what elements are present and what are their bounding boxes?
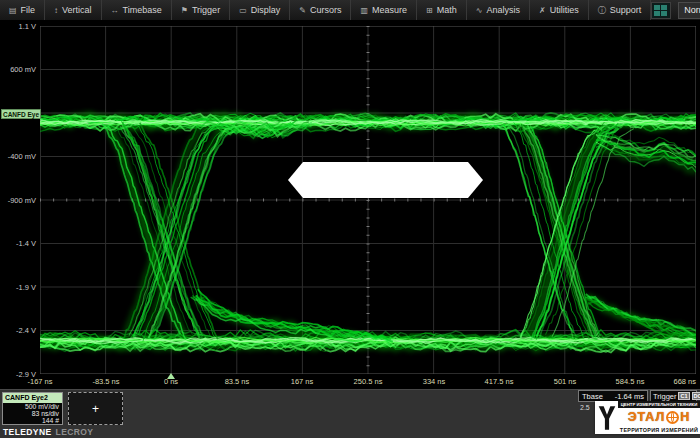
grid-view-icon[interactable]	[651, 2, 671, 19]
menu-display[interactable]: ▭ Display	[230, 0, 290, 20]
menu-support-label: Support	[610, 5, 642, 15]
menu-measure[interactable]: ▥ Measure	[351, 0, 417, 20]
vertical-icon: ↕	[54, 6, 58, 15]
brand-logo: TELEDYNELECROY	[3, 427, 93, 437]
timebase-detail: 2.5	[580, 404, 590, 411]
measure-icon: ▥	[360, 6, 368, 15]
grid-square	[654, 11, 660, 16]
menu-display-label: Display	[251, 5, 281, 15]
brand-lecroy: LECROY	[56, 427, 94, 437]
tuning-fork-icon	[595, 401, 618, 434]
y-axis-tick: -2.4 V	[0, 326, 36, 335]
menu-file[interactable]: ▤ File	[0, 0, 45, 20]
watermark-brand-left: ЭТАЛ	[628, 411, 666, 424]
utilities-icon: ✗	[539, 6, 546, 15]
status-bar: CANFD Eye2 500 mV/div 83 ns/div 144 # + …	[0, 389, 700, 438]
menu-timebase-label: Timebase	[123, 5, 162, 15]
menu-vertical[interactable]: ↕ Vertical	[45, 0, 102, 20]
display-icon: ▭	[239, 6, 247, 15]
support-icon: ⓘ	[598, 5, 606, 16]
x-axis-tick: 334 ns	[406, 377, 462, 386]
tbase-label: Tbase	[582, 392, 603, 401]
watermark-brand: ЭТАЛН	[618, 408, 700, 427]
menu-vertical-label: Vertical	[62, 5, 92, 15]
y-axis-tick: 600 mV	[0, 65, 36, 74]
menu-math[interactable]: ⊞ Math	[417, 0, 467, 20]
trigger-coupling-badge: DC	[692, 392, 700, 400]
analysis-icon: ∿	[476, 6, 483, 15]
y-axis-tick: -1.9 V	[0, 283, 36, 292]
menu-cursors[interactable]: ✎ Cursors	[290, 0, 351, 20]
y-axis-tick: -400 mV	[0, 152, 36, 161]
menu-utilities-label: Utilities	[550, 5, 579, 15]
trigger-label: Trigger	[653, 392, 676, 401]
globe-icon	[666, 411, 679, 424]
watermark-top-line: ЦЕНТР ИЗМЕРИТЕЛЬНОЙ ТЕХНИКИ	[618, 401, 700, 408]
tbase-value: -1.64 ms	[615, 392, 644, 401]
trigger-source-badge: C1	[678, 392, 689, 400]
eye-diagram-canvas[interactable]	[40, 26, 696, 374]
watermark-bottom-line: ТЕРРИТОРИЯ ИЗМЕРЕНИЙ	[618, 427, 700, 434]
menu-analysis[interactable]: ∿ Analysis	[467, 0, 530, 20]
display-mode-button[interactable]: Normal	[678, 2, 700, 19]
x-axis-tick: 668 ns	[644, 377, 696, 386]
grid-square	[661, 11, 667, 16]
menu-support[interactable]: ⓘ Support	[589, 0, 652, 20]
timebase-icon: ↔	[111, 6, 119, 15]
menu-bar: ▤ File ↕ Vertical ↔ Timebase ⚑ Trigger ▭…	[0, 0, 700, 20]
sweep-count: 144 #	[3, 417, 62, 424]
plus-icon: +	[92, 402, 99, 416]
file-icon: ▤	[9, 6, 17, 15]
x-axis-tick: 417.5 ns	[471, 377, 527, 386]
y-axis-tick: -1.4 V	[0, 239, 36, 248]
trigger-icon: ⚑	[181, 6, 188, 15]
x-axis-tick: 167 ns	[274, 377, 330, 386]
menu-measure-label: Measure	[372, 5, 407, 15]
x-axis-tick: 501 ns	[537, 377, 593, 386]
brand-teledyne: TELEDYNE	[3, 427, 52, 437]
time-per-div: 83 ns/div	[3, 410, 62, 417]
menu-timebase[interactable]: ↔ Timebase	[102, 0, 172, 20]
y-axis-tick: 1.1 V	[0, 22, 36, 31]
trace-level-label[interactable]: CANFD Eye	[1, 109, 41, 119]
grid-square	[661, 5, 667, 10]
x-axis-tick: 83.5 ns	[209, 377, 265, 386]
x-axis-tick: 250.5 ns	[340, 377, 396, 386]
add-trace-button[interactable]: +	[68, 392, 123, 425]
watermark-brand-right: Н	[680, 411, 690, 424]
y-axis-tick: -900 mV	[0, 196, 36, 205]
trace-descriptor-title: CANFD Eye2	[3, 393, 62, 403]
etalon-watermark: ЦЕНТР ИЗМЕРИТЕЛЬНОЙ ТЕХНИКИ ЭТАЛН ТЕРРИТ…	[595, 401, 700, 434]
menu-math-label: Math	[437, 5, 457, 15]
watermark-text-block: ЦЕНТР ИЗМЕРИТЕЛЬНОЙ ТЕХНИКИ ЭТАЛН ТЕРРИТ…	[618, 401, 700, 434]
oscilloscope-app: ▤ File ↕ Vertical ↔ Timebase ⚑ Trigger ▭…	[0, 0, 700, 438]
trigger-time-marker[interactable]	[167, 373, 175, 379]
menu-right-controls: Normal DragAc... Undo ↶	[651, 1, 700, 20]
menu-cursors-label: Cursors	[310, 5, 342, 15]
trace-descriptor-box[interactable]: CANFD Eye2 500 mV/div 83 ns/div 144 #	[2, 392, 63, 425]
x-axis-tick: -83.5 ns	[78, 377, 134, 386]
menu-analysis-label: Analysis	[486, 5, 520, 15]
menu-file-label: File	[21, 5, 36, 15]
cursors-icon: ✎	[299, 6, 306, 15]
menu-trigger-label: Trigger	[192, 5, 220, 15]
menu-utilities[interactable]: ✗ Utilities	[530, 0, 589, 20]
grid-square	[654, 5, 660, 10]
x-axis-tick: -167 ns	[12, 377, 68, 386]
menu-trigger[interactable]: ⚑ Trigger	[172, 0, 230, 20]
volts-per-div: 500 mV/div	[3, 403, 62, 410]
math-icon: ⊞	[426, 6, 433, 15]
